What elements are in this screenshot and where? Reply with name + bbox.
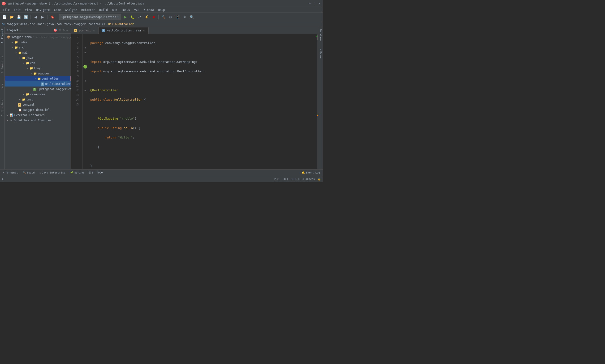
sidebar-tab-favorites[interactable]: 2: Favorites — [0, 54, 4, 75]
menu-vcs[interactable]: VCS — [132, 8, 141, 12]
menu-edit[interactable]: Edit — [12, 8, 23, 12]
stop-button[interactable]: ■ — [151, 14, 157, 20]
tree-item-hellocontroller[interactable]: J HelloController — [5, 81, 71, 87]
tab-pom-xml[interactable]: X pom.xml ✕ — [71, 27, 99, 34]
tree-item-swagger-demo[interactable]: ▾ 📦 swagger-demo D:\code\springboot\swag… — [5, 35, 71, 40]
bottom-tab-spring[interactable]: 🌱 Spring — [68, 170, 86, 175]
profile-button[interactable]: ⚡ — [143, 14, 150, 20]
back-button[interactable]: ◀ — [32, 14, 39, 20]
tree-item-test[interactable]: ▶ 📁 test — [5, 97, 71, 102]
settings-icon[interactable]: ⚙ — [62, 28, 65, 32]
titlebar-controls[interactable]: — □ ✕ — [308, 2, 321, 5]
breadcrumb-hellocontroller[interactable]: HelloController — [108, 23, 134, 26]
tree-item-java[interactable]: ▾ 📁 java — [5, 55, 71, 61]
bottom-tab-event-log[interactable]: 🔔 Event Log — [300, 170, 322, 175]
tree-item-iml[interactable]: 📋 swagger-demo.iml — [5, 107, 71, 113]
event-log-label: Event Log — [306, 171, 320, 174]
tree-item-springboot-app[interactable]: S SpringbootSwaggerDemoA... — [5, 87, 71, 92]
gutter-run-7[interactable]: 🟢 — [83, 64, 88, 69]
bottom-tab-terminal[interactable]: ⚡ Terminal — [1, 170, 20, 175]
gutter-fold-10[interactable]: ◀ — [83, 78, 88, 83]
build-project-button[interactable]: 🔨 — [160, 14, 166, 20]
gutter-fold-12[interactable]: ◀ — [83, 88, 88, 93]
tree-item-src[interactable]: ▾ 📁 src — [5, 45, 71, 50]
encoding[interactable]: UTF-8 — [292, 178, 299, 181]
bottom-tab-todo[interactable]: ☰ 6: TODO — [87, 170, 104, 175]
menu-refactor[interactable]: Refactor — [79, 8, 97, 12]
tree-item-scratches[interactable]: ▶ ✏ Scratches and Consoles — [5, 118, 71, 123]
tree-item-pom[interactable]: X pom.xml — [5, 102, 71, 107]
coverage-button[interactable]: 🛡 — [136, 14, 142, 20]
gutter-fold-4[interactable]: ◀ — [83, 50, 88, 55]
breadcrumb-main[interactable]: main — [38, 23, 44, 26]
menu-build[interactable]: Build — [97, 8, 110, 12]
sidebar-tab-web[interactable]: Web — [0, 82, 4, 90]
tree-item-external-libs[interactable]: ▶ 📊 External Libraries — [5, 113, 71, 118]
tree-label-src: src — [19, 46, 24, 49]
breadcrumb-com[interactable]: com — [56, 23, 62, 26]
collapse-all-icon[interactable]: ≡ — [59, 28, 62, 32]
tab-pom-close[interactable]: ✕ — [92, 29, 96, 32]
tree-item-swagger[interactable]: ▾ 📁 swagger — [5, 71, 71, 76]
cursor-position[interactable]: 15:1 — [273, 178, 280, 181]
tree-item-main[interactable]: ▾ 📁 main — [5, 50, 71, 55]
menu-file[interactable]: File — [1, 8, 12, 12]
run-config-selector[interactable]: SpringbootSwaggerDemoApplication ▾ — [59, 14, 121, 20]
open-button[interactable]: 📂 — [9, 14, 15, 20]
menu-code[interactable]: Code — [52, 8, 63, 12]
breadcrumb-tony[interactable]: tony — [64, 23, 71, 26]
maximize-button[interactable]: □ — [313, 2, 316, 5]
indent-info[interactable]: 4 spaces — [302, 178, 315, 181]
menu-analyze[interactable]: Analyze — [63, 8, 79, 12]
gutter-fold-3[interactable]: ◀ — [83, 45, 88, 50]
run-button[interactable]: ▶ — [122, 14, 128, 20]
todo-label: 6: TODO — [92, 171, 103, 174]
event-log-icon: 🔔 — [302, 171, 305, 174]
tree-item-com[interactable]: ▾ 📁 com — [5, 61, 71, 66]
left-sidebar-strip: 1: Project 2: Favorites Web Z: Structure — [0, 27, 5, 169]
sidebar-tab-maven[interactable]: m Maven — [319, 47, 322, 60]
project-dropdown-icon[interactable]: ▾ — [20, 29, 21, 31]
tree-item-controller[interactable]: ▾ 📁 controller — [5, 76, 71, 81]
breadcrumb-controller[interactable]: controller — [88, 23, 105, 26]
new-file-button[interactable]: 📄 — [1, 14, 8, 20]
tree-item-resources[interactable]: ▶ 📁 resources — [5, 92, 71, 97]
code-content[interactable]: package com.tony.swagger.controller; imp… — [88, 34, 316, 169]
line-ending[interactable]: CRLF — [283, 178, 289, 181]
device-button[interactable]: 📱 — [174, 14, 180, 20]
breadcrumb-java[interactable]: java — [47, 23, 54, 26]
locate-file-icon[interactable]: 🎯 — [53, 28, 58, 32]
close-button[interactable]: ✕ — [318, 2, 321, 5]
bottom-tab-java-enterprise[interactable]: ☕ Java Enterprise — [38, 170, 67, 175]
terminal-button[interactable]: 🖥 — [181, 14, 188, 20]
bottom-tab-build[interactable]: 🔨 Build — [21, 170, 37, 175]
statusbar-right: 15:1 CRLF UTF-8 4 spaces 🔒 — [273, 178, 321, 181]
tree-item-idea[interactable]: ▶ 📁 .idea — [5, 40, 71, 45]
search-everywhere-button[interactable]: 🔍 — [189, 14, 195, 20]
editor-scrollbar[interactable]: ✓ — [316, 34, 318, 169]
save-button[interactable]: 💾 — [16, 14, 22, 20]
sidebar-tab-database[interactable]: Database — [319, 28, 322, 42]
sync-button[interactable]: 🔄 — [23, 14, 29, 20]
sidebar-tab-project[interactable]: 1: Project — [0, 27, 4, 45]
menu-tools[interactable]: Tools — [120, 8, 132, 12]
menu-view[interactable]: View — [23, 8, 34, 12]
minimize-button[interactable]: — — [308, 2, 311, 5]
tab-hellocontroller[interactable]: J HelloController.java ✕ — [99, 27, 149, 34]
menu-help[interactable]: Help — [156, 8, 167, 12]
breadcrumb-swagger[interactable]: swagger — [74, 23, 86, 26]
sidebar-tab-structure[interactable]: Z: Structure — [0, 98, 4, 118]
tree-item-tony[interactable]: ▾ 📁 tony — [5, 66, 71, 71]
menu-run[interactable]: Run — [110, 8, 119, 12]
breadcrumb-src[interactable]: src — [30, 23, 35, 26]
menu-window[interactable]: Window — [142, 8, 155, 12]
close-panel-icon[interactable]: — — [66, 28, 69, 32]
forward-button[interactable]: ▶ — [39, 14, 46, 20]
tab-hello-close[interactable]: ✕ — [142, 29, 146, 32]
bookmark-button[interactable]: 🔖 — [49, 14, 55, 20]
menu-navigate[interactable]: Navigate — [34, 8, 52, 12]
sdk-button[interactable]: ⚙ — [167, 14, 173, 20]
breadcrumb-swagger-demo[interactable]: swagger-demo — [7, 23, 27, 26]
debug-button[interactable]: 🐛 — [129, 14, 135, 20]
warning-mark — [317, 115, 318, 116]
